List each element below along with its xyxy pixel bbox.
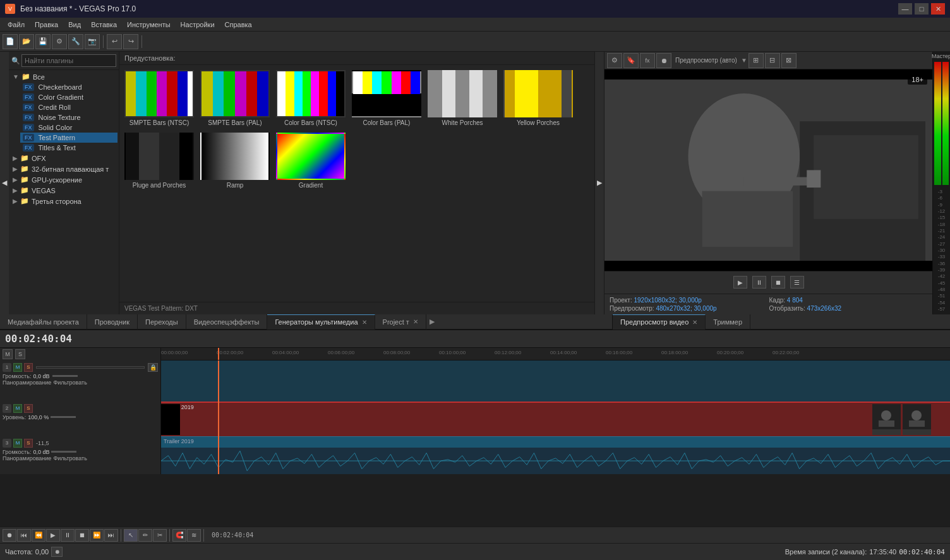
loop-button[interactable]: ☰ [790, 276, 804, 289]
select-tool[interactable]: ↖ [124, 529, 138, 542]
track-side-1: 1 M S 🔒 Громкость: 0,0 dB Панорам [0, 360, 161, 402]
tree-item-ofx[interactable]: ▶ 📁 OFX [10, 153, 117, 164]
tree-item-vegas[interactable]: ▶ 📁 VEGAS [10, 185, 117, 196]
tab-generators-close[interactable]: ✕ [362, 319, 367, 326]
snap-icon[interactable]: ⊟ [765, 53, 780, 68]
tree-item-credit-roll[interactable]: FX Credit Roll [20, 102, 117, 112]
tree-item-third-party[interactable]: ▶ 📁 Третья сторона [10, 196, 117, 206]
tab-explorer[interactable]: Проводник [87, 314, 138, 330]
level-slider-2[interactable] [51, 416, 76, 418]
step-fwd-btn[interactable]: ⏩ [90, 529, 104, 542]
track-1-mute[interactable]: M [13, 363, 22, 372]
step-back-btn[interactable]: ⏪ [32, 529, 45, 542]
menu-settings[interactable]: Настройки [176, 20, 220, 30]
tree-item-checkerboard[interactable]: FX Checkerboard [20, 82, 117, 92]
left-nav-arrow[interactable]: ◀ [0, 52, 9, 314]
capture-button[interactable]: 📷 [85, 34, 100, 49]
preset-item-white[interactable]: White Porches [428, 70, 497, 126]
menu-edit[interactable]: Правка [30, 20, 63, 30]
tab-video-fx[interactable]: Видеоспецэффекты [186, 314, 268, 330]
copy-icon[interactable]: ⊠ [781, 53, 797, 68]
new-button[interactable]: 📄 [3, 34, 18, 49]
tree-item-noise-texture[interactable]: FX Noise Texture [20, 112, 117, 122]
track-1-fader[interactable] [36, 366, 145, 369]
preset-item-gradient[interactable]: Gradient [276, 133, 346, 189]
vu-mark: -18 [938, 222, 946, 227]
tab-preview-video[interactable]: Предпросмотр видео ✕ [613, 314, 706, 330]
snap-btn[interactable]: 🧲 [172, 529, 186, 542]
tree-item-solid-color[interactable]: FX Solid Color [20, 122, 117, 133]
pause-btn[interactable]: ⏸ [61, 529, 75, 542]
tree-item-all[interactable]: ▼ 📁 Все [10, 71, 117, 82]
play-button[interactable]: ▶ [733, 276, 747, 289]
close-button[interactable]: ✕ [931, 3, 945, 15]
track-2-solo[interactable]: S [24, 404, 33, 413]
maximize-button[interactable]: □ [915, 3, 929, 15]
tab-preview-close[interactable]: ✕ [692, 319, 697, 326]
track-2-mute[interactable]: M [13, 404, 22, 413]
stop-btn[interactable]: ⏹ [75, 529, 89, 542]
track-3-mute[interactable]: M [13, 439, 22, 448]
menu-file[interactable]: Файл [3, 20, 30, 30]
track-3-solo[interactable]: S [24, 439, 33, 448]
pause-button[interactable]: ⏸ [752, 276, 766, 289]
preset-item-smpte-pal[interactable]: SMPTE Bars (PAL) [200, 70, 270, 126]
track-1-solo[interactable]: S [24, 363, 33, 372]
plugin-search-input[interactable] [21, 54, 116, 67]
razor-tool[interactable]: ✂ [153, 529, 167, 542]
preview-mode-label[interactable]: Предпросмотр (авто) [673, 57, 740, 64]
solo-all-btn[interactable]: S [15, 349, 25, 359]
chevron-icon[interactable]: ▼ [741, 57, 747, 64]
render-button[interactable]: ⚙ [52, 34, 67, 49]
properties-button[interactable]: 🔧 [68, 34, 83, 49]
tree-item-gpu[interactable]: ▶ 📁 GPU-ускорение [10, 174, 117, 185]
preset-item-color-pal[interactable]: Color Bars (PAL) [352, 70, 421, 126]
settings-icon[interactable]: ⚙ [607, 53, 622, 68]
ripple-btn[interactable]: ≋ [187, 529, 201, 542]
menu-view[interactable]: Вид [63, 20, 86, 30]
tab-transitions[interactable]: Переходы [138, 314, 186, 330]
preset-item-yellow[interactable]: Yellow Porches [503, 70, 573, 126]
minimize-button[interactable]: — [898, 3, 912, 15]
tab-project-close[interactable]: ✕ [413, 318, 418, 325]
menu-help[interactable]: Справка [220, 20, 257, 30]
tab-media[interactable]: Медиафайлы проекта [0, 314, 87, 330]
preset-item-smpte-ntsc[interactable]: SMPTE Bars (NTSC) [124, 70, 194, 126]
redo-button[interactable]: ↪ [123, 34, 138, 49]
goto-start-btn[interactable]: ⏮ [17, 529, 31, 542]
right-nav-arrow[interactable]: ▶ [595, 52, 604, 314]
tab-scroll-right[interactable]: ▶ [426, 314, 438, 329]
tree-item-test-pattern[interactable]: FX Test Pattern [20, 133, 117, 143]
stop-button[interactable]: ⏹ [771, 276, 785, 289]
vol-slider-1[interactable] [52, 375, 78, 377]
record-btn[interactable]: ⏺ [3, 529, 16, 542]
record-icon[interactable]: ⏺ [656, 53, 671, 68]
edit-tool[interactable]: ✏ [138, 529, 152, 542]
tree-item-32bit[interactable]: ▶ 📁 32-битная плавающая т [10, 164, 117, 174]
open-button[interactable]: 📂 [19, 34, 34, 49]
track-1-lock[interactable]: 🔒 [148, 363, 158, 372]
undo-button[interactable]: ↩ [107, 34, 122, 49]
preset-item-ramp[interactable]: Ramp [200, 133, 270, 189]
save-button[interactable]: 💾 [35, 34, 51, 49]
bookmark-icon[interactable]: 🔖 [623, 53, 639, 68]
clip-header-3[interactable]: Trailer 2019 [161, 436, 950, 448]
vol-slider-3[interactable] [51, 451, 76, 453]
tab-generators[interactable]: Генераторы мультимедиа ✕ [267, 314, 375, 330]
goto-end-btn[interactable]: ⏭ [104, 529, 118, 542]
bottom-toolbar: ⏺ ⏮ ⏪ ▶ ⏸ ⏹ ⏩ ⏭ ↖ ✏ ✂ 🧲 ≋ 00:02:40:04 [0, 527, 950, 544]
record-icon-status[interactable]: ⏺ [51, 547, 63, 557]
preset-item-pluge[interactable]: Pluge and Porches [124, 133, 194, 189]
grid-icon[interactable]: ⊞ [749, 53, 764, 68]
tree-item-titles[interactable]: FX Titles & Text [20, 143, 117, 153]
tree-item-color-gradient[interactable]: FX Color Gradient [20, 92, 117, 102]
preset-item-color-ntsc[interactable]: Color Bars (NTSC) [276, 70, 346, 126]
mute-all-btn[interactable]: M [3, 349, 13, 359]
tab-trimmer[interactable]: Триммер [706, 314, 750, 330]
fx-icon[interactable]: fx [640, 53, 655, 68]
menu-tools[interactable]: Инструменты [122, 20, 176, 30]
video-clip-2[interactable]: Trailer 2019 [161, 402, 950, 436]
menu-insert[interactable]: Вставка [86, 20, 122, 30]
play-btn[interactable]: ▶ [46, 529, 60, 542]
tab-project[interactable]: Project т ✕ [375, 314, 426, 330]
